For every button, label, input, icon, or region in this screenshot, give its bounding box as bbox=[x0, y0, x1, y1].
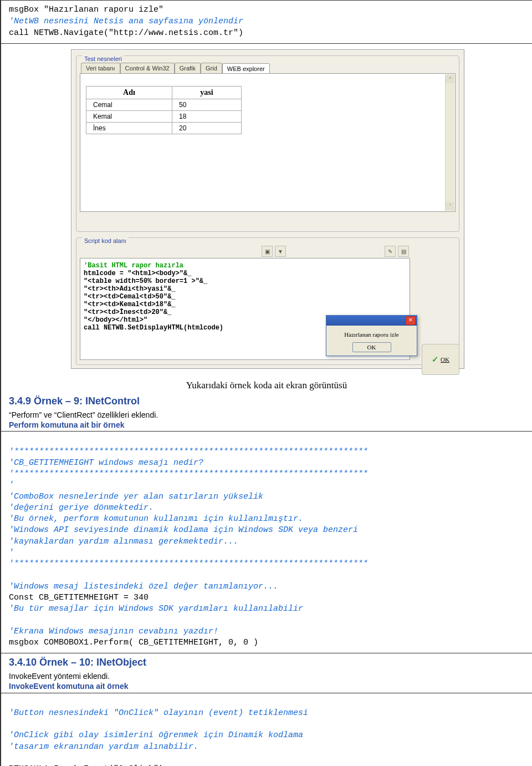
vertical-scrollbar[interactable]: ^ ˅ bbox=[445, 74, 454, 211]
toolbar-btn-icon[interactable]: ▤ bbox=[398, 246, 409, 257]
messagebox-ok-button[interactable]: OK bbox=[352, 342, 391, 352]
check-icon: ✓ bbox=[432, 354, 439, 364]
code-comment: 'CB_GETITEMHEIGHT windows mesajı nedir? bbox=[9, 458, 203, 468]
groupbox-test-nesneleri: Test nesneleri Veri tabanı Control & Win… bbox=[76, 55, 459, 232]
tab-grafik[interactable]: Grafik bbox=[175, 63, 201, 73]
table-row: Cemal 50 bbox=[86, 99, 242, 111]
code-comment: 'Ekrana Windows mesajının cevabını yazdı… bbox=[9, 627, 218, 636]
code-comment: 'NetWB nesnesini Netsis ana sayfasına yö… bbox=[9, 16, 526, 27]
close-icon[interactable]: ✕ bbox=[406, 316, 416, 325]
code-comment: 'ComboBox nesnelerinde yer alan satırlar… bbox=[9, 492, 263, 501]
code-comment: 'kaynaklardan yardım alınması gerekmekte… bbox=[9, 537, 238, 546]
code-comment: '***************************************… bbox=[9, 447, 368, 456]
code-line: "<table width=50% border=1 >"&_ bbox=[84, 277, 406, 285]
table-row: Kemal 18 bbox=[86, 111, 242, 123]
tab-veritabani[interactable]: Veri tabanı bbox=[81, 63, 120, 73]
ok-label: OK bbox=[441, 356, 449, 363]
code-comment: '***************************************… bbox=[9, 469, 368, 479]
code-line: msgBox "Hazırlanan raporu izle" bbox=[9, 4, 526, 16]
tab-control-win32[interactable]: Control & Win32 bbox=[120, 63, 175, 73]
text: “Perform” ve “ClientRect” özellikleri ek… bbox=[9, 410, 158, 419]
text: InvokeEvent yöntemi eklendi. bbox=[9, 672, 110, 681]
cell: Kemal bbox=[86, 111, 172, 123]
section-heading-10: 3.4.10 Örnek – 10: INetObject bbox=[1, 653, 532, 669]
code-comment: 'OnClick gibi olay isimlerini öğrenmek i… bbox=[9, 731, 303, 740]
code-line: msgbox COMBOBOX1.Perform( CB_GETITEMHEIG… bbox=[9, 638, 258, 647]
code-block-2: 'Button nesnesindeki "OnClick" olayının … bbox=[1, 693, 532, 767]
section-heading-9: 3.4.9 Örnek – 9: INetControl bbox=[1, 392, 532, 408]
groupbox-title: Script kod alanı bbox=[82, 237, 129, 244]
code-line: "<tr><td>Kemal<td>18"&_ bbox=[84, 301, 406, 308]
cell: 20 bbox=[172, 123, 242, 134]
example-link[interactable]: Perform komutuna ait bir örnek bbox=[9, 420, 124, 429]
col-header: Adı bbox=[86, 87, 172, 99]
paragraph: “Perform” ve “ClientRect” özellikleri ek… bbox=[1, 408, 532, 431]
tab-web-explorer[interactable]: WEB explorer bbox=[222, 63, 270, 74]
cell: 18 bbox=[172, 111, 242, 123]
tab-content: Adı yasi Cemal 50 Kemal 18 İnes bbox=[80, 73, 456, 212]
code-comment: 'değerini geriye dönmektedir. bbox=[9, 503, 154, 513]
code-comment: 'Windows mesaj listesindeki özel değer t… bbox=[9, 582, 278, 591]
cell: 50 bbox=[172, 99, 242, 111]
example-link[interactable]: InvokeEvent komutuna ait örnek bbox=[9, 682, 129, 691]
toolbar-btn-icon[interactable]: ✎ bbox=[385, 246, 396, 257]
toolbar-btn-icon[interactable]: ▣ bbox=[262, 246, 273, 257]
code-comment: 'Bu tür mesajlar için Windows SDK yardım… bbox=[9, 604, 303, 613]
top-code-snippet: msgBox "Hazırlanan raporu izle" 'NetWB n… bbox=[1, 1, 532, 43]
cell: Cemal bbox=[86, 99, 172, 111]
tabstrip: Veri tabanı Control & Win32 Grafik Grid … bbox=[81, 63, 456, 73]
messagebox-titlebar[interactable]: ✕ bbox=[326, 316, 417, 326]
table-row: İnes 20 bbox=[86, 123, 242, 134]
code-comment: ' bbox=[9, 480, 14, 490]
scroll-down-arrow-icon[interactable]: ˅ bbox=[446, 202, 454, 211]
app-window: Test nesneleri Veri tabanı Control & Win… bbox=[71, 49, 464, 369]
toolbar-btn-icon[interactable]: ▼ bbox=[275, 246, 286, 257]
code-comment: 'Button nesnesindeki "OnClick" olayının … bbox=[9, 708, 308, 718]
code-comment: 'Bu örnek, perform komutunun kullanımı i… bbox=[9, 514, 303, 524]
code-line: htmlcode = "<html><body>"&_ bbox=[84, 270, 406, 277]
data-table: Adı yasi Cemal 50 Kemal 18 İnes bbox=[86, 86, 242, 134]
code-line: "<tr><th>Adı<th>yasi"&_ bbox=[84, 285, 406, 293]
code-comment: 'tasarım ekranından yardım alınabilir. bbox=[9, 742, 198, 752]
tab-grid[interactable]: Grid bbox=[201, 63, 222, 73]
code-comment: '***************************************… bbox=[9, 559, 368, 569]
code-block-1: '***************************************… bbox=[1, 432, 532, 653]
col-header: yasi bbox=[172, 87, 242, 99]
code-line: "<tr><td>Cemal<td>50"&_ bbox=[84, 293, 406, 301]
messagebox: ✕ Hazırlanan raporu izle OK bbox=[326, 315, 417, 356]
code-comment: 'Windows API seviyesinde dinamik kodlama… bbox=[9, 525, 358, 535]
ok-panel-button[interactable]: ✓ OK bbox=[422, 344, 459, 375]
code-comment: ' bbox=[9, 548, 14, 557]
toolbar: ▣ ▼ ✎ ▤ bbox=[80, 245, 410, 258]
messagebox-text: Hazırlanan raporu izle bbox=[331, 331, 412, 338]
cell: İnes bbox=[86, 123, 172, 134]
code-comment: 'Basit HTML rapor hazırla bbox=[84, 262, 406, 270]
code-line: Const CB_GETITEMHEIGHT = 340 bbox=[9, 593, 149, 602]
code-line: call NETWB.Navigate("http://www.netsis.c… bbox=[9, 27, 526, 39]
figure-caption: Yukarıdaki örnek koda ait ekran görüntüs… bbox=[1, 380, 532, 391]
groupbox-title: Test nesneleri bbox=[82, 55, 124, 62]
scroll-up-arrow-icon[interactable]: ^ bbox=[446, 74, 454, 83]
paragraph: InvokeEvent yöntemi eklendi. InvokeEvent… bbox=[1, 669, 532, 692]
